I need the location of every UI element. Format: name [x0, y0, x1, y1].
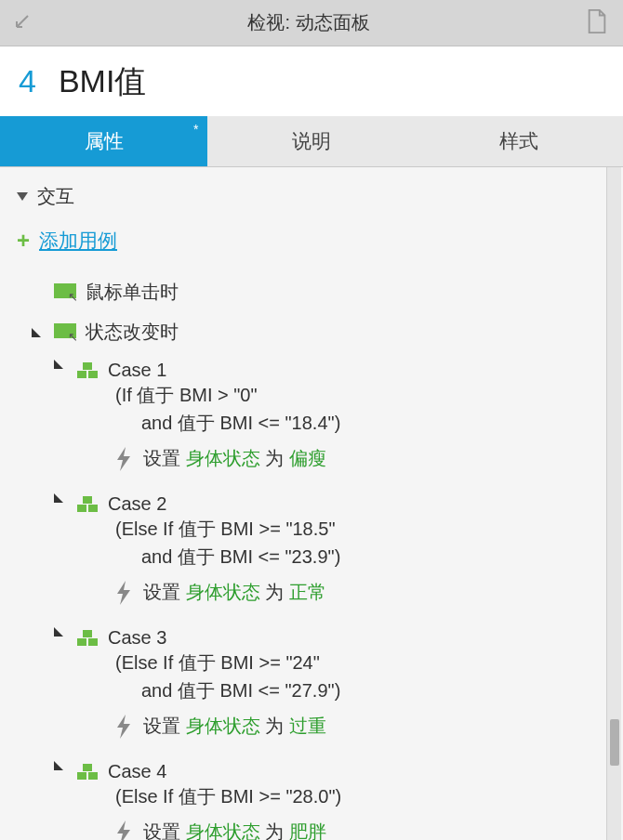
case-icon [76, 627, 99, 648]
back-arrow-icon[interactable] [15, 12, 32, 33]
case-icon [76, 360, 99, 380]
case-row[interactable]: Case 3(Else If 值于 BMI >= "24"and 值于 BMI … [0, 620, 623, 706]
case-content: Case 4(Else If 值于 BMI >= "28.0") [108, 761, 341, 810]
tab-style-label: 样式 [499, 128, 538, 154]
case-condition-line: and 值于 BMI <= "27.9") [108, 676, 340, 704]
case-icon [76, 761, 99, 781]
case-name: Case 2 [108, 493, 340, 515]
action-text: 设置 身体状态 为 正常 [143, 580, 326, 605]
case-row[interactable]: Case 4(Else If 值于 BMI >= "28.0") [0, 754, 623, 812]
tab-notes[interactable]: 说明 [207, 116, 415, 166]
add-case-link[interactable]: 添加用例 [39, 228, 117, 254]
tab-properties[interactable]: 属性 * [0, 116, 207, 166]
bolt-icon [115, 581, 132, 605]
widget-title-bar: 4 BMI值 [0, 46, 623, 116]
interactions-section-header[interactable]: 交互 [0, 180, 623, 213]
case-icon [76, 493, 99, 514]
case-name: Case 3 [108, 627, 340, 649]
inspector-tabs: 属性 * 说明 样式 [0, 116, 623, 167]
action-row[interactable]: 设置 身体状态 为 肥胖 [0, 812, 623, 840]
interactions-label: 交互 [37, 184, 74, 209]
case-condition-line: (Else If 值于 BMI >= "24" [108, 649, 340, 676]
add-case-row[interactable]: + 添加用例 [0, 213, 623, 272]
expand-triangle-icon[interactable] [54, 627, 63, 637]
tab-properties-label: 属性 [85, 128, 124, 154]
event-icon: ↖ [54, 323, 76, 342]
inspector-header: 检视: 动态面板 [0, 0, 623, 46]
case-content: Case 2(Else If 值于 BMI >= "18.5"and 值于 BM… [108, 493, 340, 571]
expand-triangle-icon[interactable] [54, 761, 63, 770]
action-row[interactable]: 设置 身体状态 为 过重 [0, 706, 623, 754]
event-icon: ↖ [54, 283, 76, 302]
action-text: 设置 身体状态 为 肥胖 [143, 820, 326, 840]
case-condition-line: (If 值于 BMI > "0" [108, 381, 340, 409]
bolt-icon [115, 447, 132, 471]
page-icon[interactable] [586, 9, 608, 37]
case-name: Case 1 [108, 360, 340, 381]
scrollbar[interactable] [606, 167, 621, 840]
action-row[interactable]: 设置 身体状态 为 偏瘦 [0, 439, 623, 486]
event-onclick[interactable]: ↖ 鼠标单击时 [0, 272, 623, 312]
inspector-title: 检视: 动态面板 [32, 10, 586, 35]
case-content: Case 1(If 值于 BMI > "0"and 值于 BMI <= "18.… [108, 360, 340, 437]
case-content: Case 3(Else If 值于 BMI >= "24"and 值于 BMI … [108, 627, 340, 704]
case-condition-line: (Else If 值于 BMI >= "18.5" [108, 515, 340, 543]
tab-notes-label: 说明 [292, 128, 331, 154]
properties-panel: 交互 + 添加用例 ↖ 鼠标单击时 ↖ 状态改变时 Case 1(If 值于 B… [0, 167, 623, 840]
widget-name: BMI值 [59, 60, 146, 103]
bolt-icon [115, 715, 132, 739]
expand-triangle-icon[interactable] [32, 328, 41, 337]
case-condition-line: (Else If 值于 BMI >= "28.0") [108, 782, 341, 810]
event-onclick-label: 鼠标单击时 [86, 280, 179, 305]
action-row[interactable]: 设置 身体状态 为 正常 [0, 572, 623, 620]
scrollbar-thumb[interactable] [610, 719, 619, 766]
tab-dirty-indicator: * [193, 122, 198, 137]
expand-triangle-icon[interactable] [54, 360, 63, 369]
case-row[interactable]: Case 2(Else If 值于 BMI >= "18.5"and 值于 BM… [0, 486, 623, 572]
bolt-icon [115, 820, 132, 841]
event-onstatechange-label: 状态改变时 [86, 320, 179, 345]
plus-icon: + [17, 228, 30, 254]
event-onstatechange[interactable]: ↖ 状态改变时 [0, 312, 623, 352]
widget-number: 4 [19, 63, 36, 99]
case-condition-line: and 值于 BMI <= "23.9") [108, 543, 340, 571]
case-condition-line: and 值于 BMI <= "18.4") [108, 409, 340, 437]
action-text: 设置 身体状态 为 过重 [143, 714, 326, 739]
case-name: Case 4 [108, 761, 341, 782]
case-row[interactable]: Case 1(If 值于 BMI > "0"and 值于 BMI <= "18.… [0, 352, 623, 439]
expand-triangle-icon[interactable] [54, 493, 63, 503]
tab-style[interactable]: 样式 [416, 116, 623, 166]
action-text: 设置 身体状态 为 偏瘦 [143, 446, 326, 471]
chevron-down-icon[interactable] [17, 192, 28, 201]
